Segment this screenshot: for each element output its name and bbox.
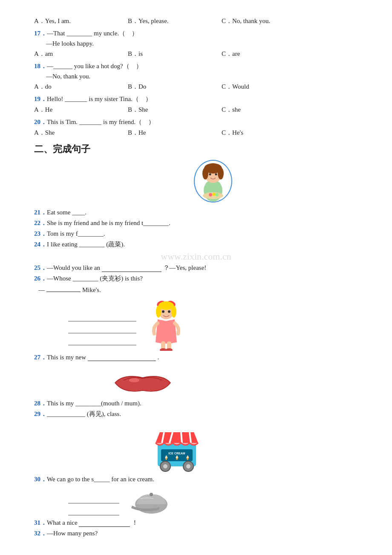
watermark: www.zixin.com.cn (34, 251, 358, 262)
girl-circle-image (194, 160, 232, 202)
question-24: 24． I like eating ________ (蔬菜). (34, 240, 358, 249)
svg-point-24 (129, 378, 139, 382)
svg-point-23 (166, 348, 173, 351)
question-29: 29． ____________ (再见), class. (34, 410, 358, 418)
question-23: 23． Tom is my f________. (34, 230, 358, 238)
question-17: 17． —That ________ my uncle.（ ） (34, 29, 358, 38)
q23-num: 23． (34, 230, 47, 238)
q19-opt-a: A．He (34, 106, 128, 114)
q17-opt-a: A．am (34, 50, 128, 58)
options-row-top: A．Yes, I am. B．Yes, please. C．No, thank … (34, 17, 358, 25)
q27-num: 27． (34, 353, 47, 361)
question-31: 31． What a nice ！ (34, 519, 358, 527)
question-21: 21． Eat some ____. (34, 208, 358, 217)
cap-lines-block (68, 496, 119, 515)
q17-num: 17． (34, 29, 47, 38)
svg-point-18 (162, 310, 164, 313)
question-19: 19． Hello! _______ is my sister Tina.（ ） (34, 95, 358, 103)
svg-point-5 (209, 173, 211, 176)
write-line-1 (68, 314, 136, 321)
q26-sub-dash: — (38, 286, 45, 294)
section2-title: 二、完成句子 (34, 143, 358, 156)
q32-num: 32． (34, 529, 47, 538)
q24-num: 24． (34, 240, 47, 249)
q28-text: This is my ________(mouth / mum). (47, 400, 358, 407)
q19-opt-c: C．she (222, 106, 307, 114)
question-30: 30． We can go to the s_____ for an ice c… (34, 475, 358, 483)
q17-options: A．am B．is C．are (34, 50, 358, 58)
question-32: 32． —How many pens? (34, 529, 358, 538)
question-27: 27． This is my new . (34, 353, 358, 361)
svg-point-34 (186, 464, 190, 468)
svg-text:🍦: 🍦 (185, 455, 190, 460)
q23-text: Tom is my f________. (47, 230, 358, 237)
q18-opt-c: C．Would (222, 83, 307, 91)
q18-opt-b: B．Do (128, 83, 222, 91)
question-28: 28． This is my ________(mouth / mum). (34, 399, 358, 408)
q26-sub-blank (46, 285, 81, 292)
q22-text: She is my friend and he is my friend t__… (47, 220, 358, 227)
q24-text: I like eating ________ (蔬菜). (47, 240, 358, 249)
q27-text: This is my new . (47, 354, 358, 361)
q20-opt-a: A．She (34, 129, 128, 137)
write-lines-block (68, 314, 136, 345)
svg-point-16 (156, 306, 161, 318)
q18-opt-a: A．do (34, 83, 128, 91)
svg-point-33 (163, 464, 167, 468)
q25-blank (102, 265, 161, 272)
svg-point-36 (150, 493, 153, 496)
lips-section (111, 369, 358, 397)
q17-subtext: —He looks happy. (46, 40, 94, 47)
q29-num: 29． (34, 410, 47, 418)
q26-sub: — Mike's. (34, 285, 358, 294)
q26-num: 26． (34, 275, 47, 283)
question-18: 18． —______ you like a hot dog?（ ） (34, 62, 358, 70)
question-22: 22． She is my friend and he is my friend… (34, 219, 358, 227)
q20-text: This is Tim. _______ is my friend.（ ） (47, 118, 358, 126)
svg-text:🍦: 🍦 (174, 455, 180, 460)
cap-section (68, 489, 358, 517)
option-a-top: A．Yes, I am. (34, 17, 128, 25)
q28-num: 28． (34, 399, 47, 408)
q26-text: —Whose ________ (夹克衫) is this? (47, 275, 358, 283)
q27-blank (88, 354, 156, 361)
svg-text:ICE CREAM: ICE CREAM (168, 452, 185, 455)
write-line-2 (68, 326, 136, 333)
svg-text:🍦: 🍦 (164, 455, 169, 460)
q17-opt-c: C．are (222, 50, 307, 58)
q18-num: 18． (34, 62, 47, 70)
svg-point-10 (215, 193, 219, 197)
svg-point-6 (215, 173, 217, 176)
q31-blank (79, 520, 130, 527)
q17-sub: —He looks happy. (34, 40, 358, 47)
cap-line-1 (68, 496, 119, 503)
doll-section (68, 300, 358, 351)
option-b-top: B．Yes, please. (128, 17, 222, 25)
q18-text: —______ you like a hot dog?（ ） (47, 62, 358, 70)
q18-sub: —No, thank you. (34, 73, 358, 80)
q20-opt-c: C．He's (222, 129, 307, 137)
q19-opt-b: B．She (128, 106, 222, 114)
icecream-section: ICE CREAM 🍦 🍦 🍦 (153, 426, 358, 473)
q20-opt-b: B．He (128, 129, 222, 137)
q32-text: —How many pens? (47, 530, 358, 537)
q29-text: ____________ (再见), class. (47, 410, 358, 418)
q18-options: A．do B．Do C．Would (34, 83, 358, 91)
svg-point-19 (168, 310, 170, 313)
q19-text: Hello! _______ is my sister Tina.（ ） (47, 95, 358, 103)
q17-text: —That ________ my uncle.（ ） (47, 29, 358, 38)
question-25: 25． —Would you like an ？—Yes, please! (34, 264, 358, 272)
svg-point-15 (159, 301, 174, 310)
q25-text: —Would you like an ？—Yes, please! (47, 264, 358, 272)
svg-point-8 (209, 193, 212, 197)
svg-point-9 (213, 193, 216, 196)
q19-num: 19． (34, 95, 47, 103)
q20-num: 20． (34, 118, 47, 126)
icecream-illustration: ICE CREAM 🍦 🍦 🍦 (153, 426, 200, 473)
q19-options: A．He B．She C．she (34, 106, 358, 114)
svg-point-3 (202, 168, 208, 179)
q22-num: 22． (34, 219, 47, 227)
q31-text: What a nice ！ (47, 519, 358, 527)
q21-text: Eat some ____. (47, 209, 358, 216)
write-line-3 (68, 338, 136, 345)
